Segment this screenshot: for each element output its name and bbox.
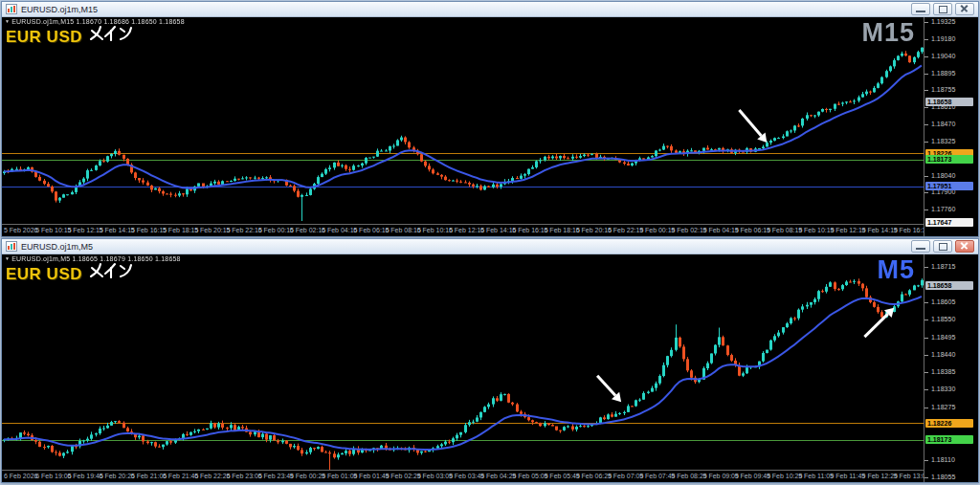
window-controls	[911, 240, 974, 253]
time-label: 5 Feb 12:15	[67, 227, 102, 233]
time-label: 6 Feb 14:15	[480, 227, 516, 233]
price-tick-label: 1.18325	[931, 138, 955, 145]
time-label: 9 Feb 10:15	[798, 227, 834, 233]
price-tick-mark	[924, 477, 928, 478]
time-label: 9 Feb 11:05	[798, 473, 834, 479]
close-icon[interactable]	[955, 240, 974, 253]
timeframe-badge: M5	[877, 257, 915, 283]
time-label: 6 Feb 12:15	[449, 227, 484, 233]
price-tick-mark	[924, 192, 928, 193]
restore-icon[interactable]	[933, 3, 952, 15]
price-tick-mark	[924, 372, 928, 373]
time-label: 9 Feb 04:25	[480, 473, 516, 479]
price-tick-label: 1.17760	[931, 206, 955, 213]
price-tick-label: 1.19325	[931, 18, 955, 26]
time-label: 5 Feb 10:15	[35, 227, 71, 233]
price-tick-mark	[924, 355, 928, 356]
price-tick-label: 1.18110	[931, 456, 955, 464]
time-label: 6 Feb 21:05	[131, 473, 167, 479]
price-tick-mark	[924, 209, 928, 210]
price-tick-mark	[924, 389, 928, 390]
time-label: 9 Feb 04:15	[703, 227, 739, 233]
time-label: 6 Feb 19:45	[67, 473, 102, 479]
price-tick-mark	[924, 338, 928, 339]
price-tick-label: 1.19040	[931, 53, 955, 60]
time-label: 6 Feb 23:05	[226, 473, 261, 479]
time-label: 9 Feb 05:45	[545, 473, 580, 479]
chart-window-m5: EURUSD.oj1m,M5 ▼EURUSD.oj1m,M5 1.18665 1…	[1, 238, 979, 483]
time-label: 5 Feb 20:15	[194, 227, 230, 233]
time-label: 9 Feb 08:25	[671, 473, 706, 479]
restore-icon[interactable]	[933, 240, 952, 253]
window-titlebar[interactable]: EURUSD.oj1m,M5	[2, 239, 978, 254]
time-label: 9 Feb 08:15	[767, 227, 802, 233]
arrow-annotations[interactable]	[2, 17, 924, 224]
price-tick-mark	[924, 302, 928, 303]
time-label: 6 Feb 20:25	[100, 473, 135, 479]
time-label: 9 Feb 03:05	[417, 473, 453, 479]
minimize-icon[interactable]	[911, 3, 930, 15]
price-tick-label: 1.18550	[931, 316, 955, 323]
price-tick-label: 1.18275	[931, 404, 955, 411]
time-label: 6 Feb 06:15	[353, 227, 389, 233]
price-marker: 1.18226	[925, 419, 973, 428]
timeframe-badge: M15	[861, 20, 915, 46]
arrow-shaft[interactable]	[739, 110, 761, 136]
chart-window-icon	[6, 241, 17, 252]
price-tick-mark	[924, 176, 928, 177]
time-label: 6 Feb 19:05	[35, 473, 71, 479]
arrow-shaft[interactable]	[864, 314, 887, 337]
time-axis-m5[interactable]: 6 Feb 20266 Feb 19:056 Feb 19:456 Feb 20…	[2, 470, 924, 482]
time-label: 9 Feb 00:25	[290, 473, 325, 479]
price-tick-label: 1.18040	[931, 172, 955, 180]
price-marker: 1.18173	[925, 435, 973, 444]
chart-watermark: EUR USD	[6, 25, 133, 45]
arrow-annotations[interactable]	[2, 254, 924, 470]
window-titlebar[interactable]: EURUSD.oj1m,M15	[2, 2, 978, 17]
price-tick-mark	[924, 74, 928, 75]
price-tick-mark	[924, 320, 928, 320]
time-label: 9 Feb 14:15	[862, 227, 898, 233]
price-tick-label: 1.19180	[931, 35, 955, 43]
symbol-label: EUR USD	[6, 29, 82, 45]
price-chart-m15[interactable]: ▼EURUSD.oj1m,M15 1.18670 1.18686 1.18650…	[2, 17, 924, 224]
price-chart-m5[interactable]: ▼EURUSD.oj1m,M5 1.18665 1.18679 1.18650 …	[2, 254, 924, 470]
price-marker: 1.17951	[925, 182, 973, 190]
price-axis-m15[interactable]: 1.193251.191801.190401.188951.187551.186…	[924, 17, 978, 236]
price-tick-mark	[924, 408, 928, 408]
minimize-icon[interactable]	[911, 240, 930, 253]
time-axis-m15[interactable]: 5 Feb 20265 Feb 10:155 Feb 12:155 Feb 14…	[2, 224, 924, 236]
price-tick-label: 1.18605	[931, 298, 955, 306]
price-tick-label: 1.18715	[931, 263, 955, 271]
price-marker: 1.18658	[925, 98, 973, 106]
price-tick-mark	[924, 460, 928, 461]
ohlc-info-line: ▼EURUSD.oj1m,M15 1.18670 1.18686 1.18650…	[5, 18, 185, 25]
price-tick-label: 1.18495	[931, 334, 955, 342]
time-label: 6 Feb 20:15	[576, 227, 612, 233]
price-marker: 1.18658	[925, 281, 973, 290]
chart-window-m15: EURUSD.oj1m,M15 ▼EURUSD.oj1m,M15 1.18670…	[1, 1, 979, 237]
close-icon[interactable]	[955, 3, 974, 15]
time-label: 6 Feb 10:15	[417, 227, 453, 233]
time-label: 6 Feb 21:45	[163, 473, 198, 479]
expand-caret-icon[interactable]: ▼	[5, 255, 10, 261]
time-label: 6 Feb 02:15	[290, 227, 325, 233]
time-label: 5 Feb 16:15	[131, 227, 167, 233]
time-label: 9 Feb 11:45	[830, 473, 865, 479]
ohlc-info-line: ▼EURUSD.oj1m,M5 1.18665 1.18679 1.18650 …	[5, 255, 181, 262]
window-title: EURUSD.oj1m,M15	[21, 5, 98, 14]
price-tick-label: 1.18385	[931, 368, 955, 376]
time-label: 9 Feb 00:15	[639, 227, 675, 233]
price-tick-label: 1.18330	[931, 386, 955, 393]
time-label: 6 Feb 16:15	[512, 227, 547, 233]
time-label: 9 Feb 07:45	[639, 473, 675, 479]
price-axis-m5[interactable]: 1.187151.186051.185501.184951.184401.183…	[924, 254, 978, 482]
price-tick-label: 1.18055	[931, 474, 955, 481]
price-marker: 1.17647	[925, 218, 973, 227]
price-tick-mark	[924, 39, 928, 40]
arrow-shaft[interactable]	[597, 376, 615, 396]
time-label: 9 Feb 16:15	[894, 227, 924, 233]
price-tick-mark	[924, 124, 928, 125]
price-tick-label: 1.18755	[931, 86, 955, 94]
expand-caret-icon[interactable]: ▼	[5, 18, 10, 24]
